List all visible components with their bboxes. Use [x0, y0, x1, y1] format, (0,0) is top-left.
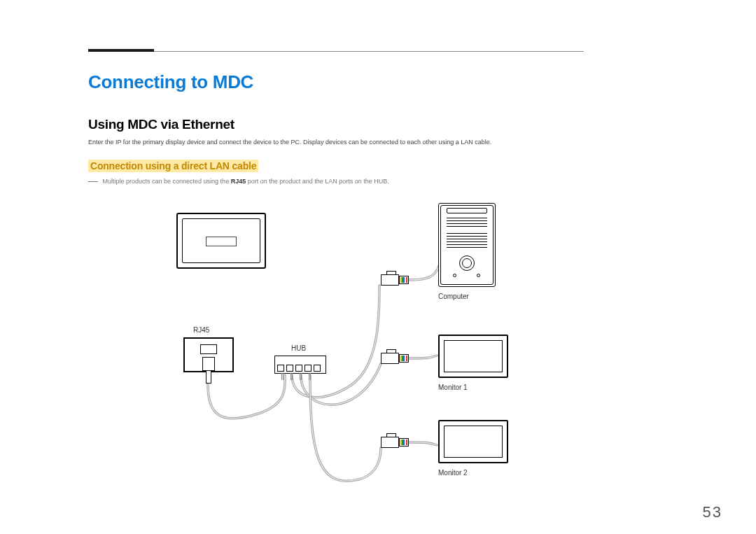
computer-tower-icon [438, 203, 496, 287]
header-rule-thick [88, 49, 154, 52]
section-body: Enter the IP for the primary display dev… [88, 138, 714, 147]
ethernet-plug-icon [381, 273, 410, 287]
label-monitor2: Monitor 2 [438, 469, 468, 477]
ethernet-plug-icon [381, 351, 410, 365]
note-text-bold: RJ45 [231, 178, 246, 185]
section-heading: Using MDC via Ethernet [88, 117, 714, 132]
hub-icon [274, 356, 326, 374]
page-number: 53 [703, 503, 722, 521]
note-text-suffix: port on the product and the LAN ports on… [248, 178, 389, 185]
label-monitor1: Monitor 1 [438, 384, 468, 391]
note-dash-icon [88, 181, 98, 182]
header-rule-thin [154, 51, 584, 52]
ethernet-plug-icon [381, 435, 410, 449]
rj45-port-icon [183, 337, 234, 372]
lan-connection-diagram: RJ45 HUB Computer Monitor 1 [176, 203, 568, 504]
label-rj45: RJ45 [193, 326, 209, 334]
note-text-prefix: Multiple products can be connected using… [103, 178, 231, 185]
subsection-heading: Connection using a direct LAN cable [88, 160, 258, 172]
note-line: Multiple products can be connected using… [88, 178, 714, 185]
label-hub: HUB [291, 344, 306, 352]
monitor1-icon [438, 335, 508, 378]
label-computer: Computer [438, 293, 469, 300]
page-title: Connecting to MDC [88, 71, 714, 93]
display-device-icon [176, 213, 266, 269]
monitor2-icon [438, 420, 508, 463]
rj45-plug-tail-icon [206, 371, 211, 384]
